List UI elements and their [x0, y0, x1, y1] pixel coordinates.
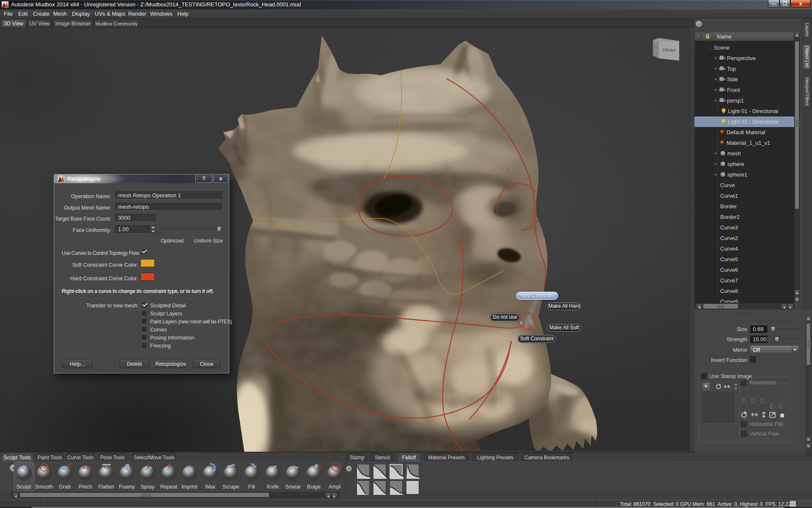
svg-text:FRONT: FRONT	[663, 48, 676, 53]
